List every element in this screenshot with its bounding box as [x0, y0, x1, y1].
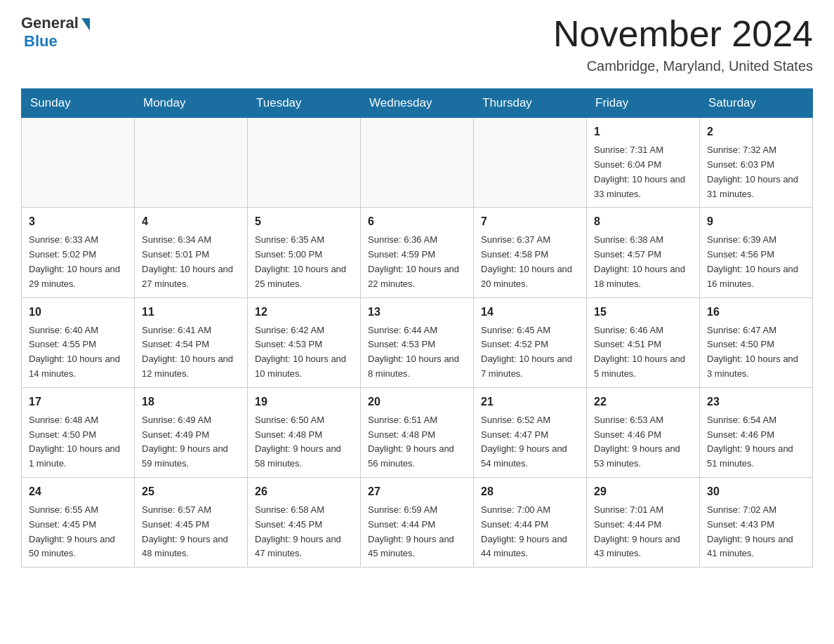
- day-number: 15: [594, 304, 692, 321]
- week-row-1: 1Sunrise: 7:31 AM Sunset: 6:04 PM Daylig…: [22, 118, 813, 208]
- calendar-cell: 15Sunrise: 6:46 AM Sunset: 4:51 PM Dayli…: [587, 297, 700, 387]
- calendar-cell: 10Sunrise: 6:40 AM Sunset: 4:55 PM Dayli…: [22, 297, 135, 387]
- calendar-cell: 18Sunrise: 6:49 AM Sunset: 4:49 PM Dayli…: [135, 387, 248, 477]
- calendar-cell: [248, 118, 361, 208]
- day-number: 25: [142, 483, 240, 500]
- calendar-cell: 14Sunrise: 6:45 AM Sunset: 4:52 PM Dayli…: [474, 297, 587, 387]
- calendar-cell: 2Sunrise: 7:32 AM Sunset: 6:03 PM Daylig…: [700, 118, 813, 208]
- week-row-4: 17Sunrise: 6:48 AM Sunset: 4:50 PM Dayli…: [22, 387, 813, 477]
- day-number: 6: [368, 213, 466, 230]
- day-number: 12: [255, 304, 353, 321]
- day-info: Sunrise: 6:37 AM Sunset: 4:58 PM Dayligh…: [481, 233, 579, 291]
- day-info: Sunrise: 6:57 AM Sunset: 4:45 PM Dayligh…: [142, 503, 240, 561]
- day-info: Sunrise: 6:55 AM Sunset: 4:45 PM Dayligh…: [29, 503, 127, 561]
- calendar-cell: 3Sunrise: 6:33 AM Sunset: 5:02 PM Daylig…: [22, 208, 135, 297]
- month-title: November 2024: [553, 14, 813, 54]
- week-row-2: 3Sunrise: 6:33 AM Sunset: 5:02 PM Daylig…: [22, 208, 813, 297]
- weekday-header-wednesday: Wednesday: [361, 89, 474, 118]
- weekday-header-row: SundayMondayTuesdayWednesdayThursdayFrid…: [22, 89, 813, 118]
- day-info: Sunrise: 6:51 AM Sunset: 4:48 PM Dayligh…: [368, 413, 466, 471]
- day-number: 18: [142, 394, 240, 410]
- day-info: Sunrise: 6:35 AM Sunset: 5:00 PM Dayligh…: [255, 233, 353, 291]
- logo-arrow-icon: [81, 18, 90, 31]
- calendar-cell: [361, 118, 474, 208]
- location-title: Cambridge, Maryland, United States: [553, 58, 813, 74]
- day-number: 24: [29, 483, 127, 500]
- weekday-header-monday: Monday: [135, 89, 248, 118]
- calendar-cell: 30Sunrise: 7:02 AM Sunset: 4:43 PM Dayli…: [700, 477, 813, 567]
- calendar-cell: 20Sunrise: 6:51 AM Sunset: 4:48 PM Dayli…: [361, 387, 474, 477]
- day-info: Sunrise: 6:50 AM Sunset: 4:48 PM Dayligh…: [255, 413, 353, 471]
- day-info: Sunrise: 6:40 AM Sunset: 4:55 PM Dayligh…: [29, 323, 127, 382]
- day-number: 19: [255, 394, 353, 410]
- calendar-cell: [135, 118, 248, 208]
- calendar-cell: 28Sunrise: 7:00 AM Sunset: 4:44 PM Dayli…: [474, 477, 587, 567]
- day-info: Sunrise: 6:46 AM Sunset: 4:51 PM Dayligh…: [594, 323, 692, 382]
- calendar-cell: 17Sunrise: 6:48 AM Sunset: 4:50 PM Dayli…: [22, 387, 135, 477]
- day-number: 8: [594, 213, 692, 230]
- weekday-header-tuesday: Tuesday: [248, 89, 361, 118]
- day-number: 4: [142, 213, 240, 230]
- calendar-cell: 19Sunrise: 6:50 AM Sunset: 4:48 PM Dayli…: [248, 387, 361, 477]
- day-info: Sunrise: 6:44 AM Sunset: 4:53 PM Dayligh…: [368, 323, 466, 382]
- calendar-cell: 12Sunrise: 6:42 AM Sunset: 4:53 PM Dayli…: [248, 297, 361, 387]
- day-info: Sunrise: 6:38 AM Sunset: 4:57 PM Dayligh…: [594, 233, 692, 291]
- calendar-cell: 6Sunrise: 6:36 AM Sunset: 4:59 PM Daylig…: [361, 208, 474, 297]
- weekday-header-sunday: Sunday: [22, 89, 135, 118]
- day-info: Sunrise: 7:31 AM Sunset: 6:04 PM Dayligh…: [594, 143, 692, 201]
- day-info: Sunrise: 7:00 AM Sunset: 4:44 PM Dayligh…: [481, 503, 579, 561]
- calendar-cell: 1Sunrise: 7:31 AM Sunset: 6:04 PM Daylig…: [587, 118, 700, 208]
- day-number: 20: [368, 394, 466, 410]
- day-number: 14: [481, 304, 579, 321]
- logo-general-text: General: [21, 14, 79, 32]
- calendar-cell: 25Sunrise: 6:57 AM Sunset: 4:45 PM Dayli…: [135, 477, 248, 567]
- calendar-cell: 7Sunrise: 6:37 AM Sunset: 4:58 PM Daylig…: [474, 208, 587, 297]
- calendar-cell: 29Sunrise: 7:01 AM Sunset: 4:44 PM Dayli…: [587, 477, 700, 567]
- calendar-cell: 22Sunrise: 6:53 AM Sunset: 4:46 PM Dayli…: [587, 387, 700, 477]
- day-info: Sunrise: 6:42 AM Sunset: 4:53 PM Dayligh…: [255, 323, 353, 382]
- day-info: Sunrise: 6:59 AM Sunset: 4:44 PM Dayligh…: [368, 503, 466, 561]
- day-info: Sunrise: 6:47 AM Sunset: 4:50 PM Dayligh…: [707, 323, 805, 382]
- day-info: Sunrise: 6:41 AM Sunset: 4:54 PM Dayligh…: [142, 323, 240, 382]
- calendar-cell: 23Sunrise: 6:54 AM Sunset: 4:46 PM Dayli…: [700, 387, 813, 477]
- day-info: Sunrise: 6:45 AM Sunset: 4:52 PM Dayligh…: [481, 323, 579, 382]
- day-number: 13: [368, 304, 466, 321]
- day-info: Sunrise: 6:36 AM Sunset: 4:59 PM Dayligh…: [368, 233, 466, 291]
- weekday-header-friday: Friday: [587, 89, 700, 118]
- day-info: Sunrise: 6:34 AM Sunset: 5:01 PM Dayligh…: [142, 233, 240, 291]
- day-number: 2: [707, 123, 805, 140]
- day-number: 27: [368, 483, 466, 500]
- day-info: Sunrise: 6:53 AM Sunset: 4:46 PM Dayligh…: [594, 413, 692, 471]
- day-number: 21: [481, 394, 579, 410]
- calendar-cell: 8Sunrise: 6:38 AM Sunset: 4:57 PM Daylig…: [587, 208, 700, 297]
- calendar-cell: 24Sunrise: 6:55 AM Sunset: 4:45 PM Dayli…: [22, 477, 135, 567]
- calendar-cell: [22, 118, 135, 208]
- day-number: 23: [707, 394, 805, 410]
- week-row-5: 24Sunrise: 6:55 AM Sunset: 4:45 PM Dayli…: [22, 477, 813, 567]
- day-number: 11: [142, 304, 240, 321]
- calendar-cell: 27Sunrise: 6:59 AM Sunset: 4:44 PM Dayli…: [361, 477, 474, 567]
- logo-blue-text: Blue: [24, 32, 58, 51]
- weekday-header-thursday: Thursday: [474, 89, 587, 118]
- title-section: November 2024 Cambridge, Maryland, Unite…: [553, 14, 813, 74]
- calendar-cell: 11Sunrise: 6:41 AM Sunset: 4:54 PM Dayli…: [135, 297, 248, 387]
- day-number: 30: [707, 483, 805, 500]
- logo: General Blue: [21, 14, 90, 51]
- week-row-3: 10Sunrise: 6:40 AM Sunset: 4:55 PM Dayli…: [22, 297, 813, 387]
- day-number: 26: [255, 483, 353, 500]
- day-info: Sunrise: 6:54 AM Sunset: 4:46 PM Dayligh…: [707, 413, 805, 471]
- day-info: Sunrise: 7:32 AM Sunset: 6:03 PM Dayligh…: [707, 143, 805, 201]
- day-number: 1: [594, 123, 692, 140]
- day-info: Sunrise: 6:58 AM Sunset: 4:45 PM Dayligh…: [255, 503, 353, 561]
- day-info: Sunrise: 6:52 AM Sunset: 4:47 PM Dayligh…: [481, 413, 579, 471]
- day-number: 22: [594, 394, 692, 410]
- calendar-cell: 9Sunrise: 6:39 AM Sunset: 4:56 PM Daylig…: [700, 208, 813, 297]
- day-number: 16: [707, 304, 805, 321]
- day-info: Sunrise: 7:01 AM Sunset: 4:44 PM Dayligh…: [594, 503, 692, 561]
- day-info: Sunrise: 6:33 AM Sunset: 5:02 PM Dayligh…: [29, 233, 127, 291]
- page-header: General Blue November 2024 Cambridge, Ma…: [21, 14, 813, 74]
- calendar-cell: 13Sunrise: 6:44 AM Sunset: 4:53 PM Dayli…: [361, 297, 474, 387]
- day-number: 5: [255, 213, 353, 230]
- day-number: 9: [707, 213, 805, 230]
- calendar-cell: 5Sunrise: 6:35 AM Sunset: 5:00 PM Daylig…: [248, 208, 361, 297]
